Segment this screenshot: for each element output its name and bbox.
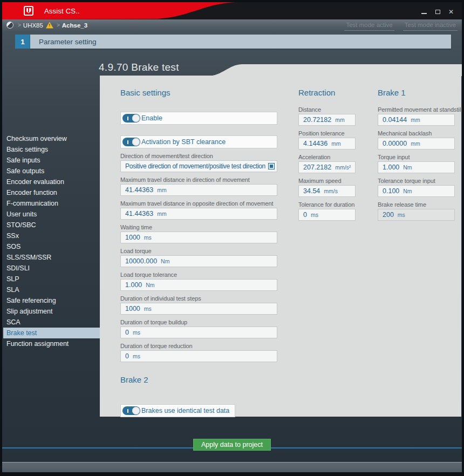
- field-unit: Nm: [403, 164, 412, 171]
- sidebar-item-ssx[interactable]: SSx: [3, 230, 100, 241]
- sidebar-nav: Checksum overview Basic settings Safe in…: [3, 133, 100, 349]
- position-tolerance-input[interactable]: 4.14436 mm: [298, 138, 356, 149]
- field-unit: ms: [144, 234, 152, 241]
- field-label: Load torque: [120, 248, 277, 255]
- field-torque-reduction: Duration of torque reduction 0 ms: [120, 343, 277, 362]
- sidebar-item-sdi-sli[interactable]: SDI/SLI: [3, 263, 100, 274]
- testmode-inactive-link[interactable]: Test mode inactive: [403, 22, 458, 31]
- page-title: 4.9.70 Brake test: [99, 62, 179, 73]
- field-permitted-movement: Permitted movement at standstill 0.04144…: [378, 106, 455, 126]
- field-label: Brake release time: [378, 201, 455, 208]
- testmode-active-link[interactable]: Test mode active: [344, 22, 394, 31]
- enable-toggle[interactable]: Enable: [120, 112, 277, 125]
- duration-tolerance-input[interactable]: 0 ms: [298, 209, 356, 221]
- distance-input[interactable]: 20.72182 mm: [298, 114, 356, 126]
- field-label: Duration of individual test steps: [120, 295, 277, 302]
- field-waiting-time: Waiting time 1000 ms: [120, 224, 277, 243]
- torque-buildup-input[interactable]: 0 ms: [120, 327, 277, 338]
- title-bar: Assist CS.. ✕: [2, 2, 462, 19]
- field-unit: mm/s²: [335, 164, 351, 171]
- field-value: 41.44363: [125, 210, 153, 217]
- sidebar-item-checksum-overview[interactable]: Checksum overview: [3, 133, 100, 144]
- identical-test-data-label: Brakes use identical test data: [141, 407, 229, 414]
- field-unit: Nm: [403, 188, 412, 194]
- direction-select-value: Positive direction of movement/positive …: [125, 162, 265, 170]
- brake2-heading: Brake 2: [120, 375, 277, 385]
- breadcrumb: > UHX85 > Achse_3 Test mode active Test …: [2, 19, 462, 31]
- field-value: 41.44363: [125, 186, 153, 194]
- max-travel-opposite-input[interactable]: 41.44363 mm: [120, 208, 277, 220]
- sidebar-item-sto-sbc[interactable]: STO/SBC: [3, 220, 100, 230]
- sidebar-item-sla[interactable]: SLA: [3, 284, 100, 295]
- close-icon[interactable]: ✕: [448, 9, 454, 15]
- sidebar-item-user-units[interactable]: User units: [3, 209, 100, 220]
- direction-select[interactable]: Positive direction of movement/positive …: [120, 160, 277, 172]
- testmode-links: Test mode active Test mode inactive: [344, 22, 458, 31]
- sidebar-item-brake-test[interactable]: Brake test: [3, 328, 100, 338]
- field-label: Permitted movement at standstill: [378, 106, 455, 113]
- field-label: Position tolerance: [298, 130, 356, 137]
- sbt-clearance-toggle[interactable]: Activation by SBT clearance: [120, 135, 277, 148]
- field-label: Duration of torque buildup: [120, 319, 277, 326]
- field-load-torque: Load torque 10000.000 Nm: [120, 248, 277, 267]
- acceleration-input[interactable]: 207.2182 mm/s²: [298, 161, 356, 173]
- test-step-duration-input[interactable]: 1000 ms: [120, 303, 277, 315]
- field-label: Maximum travel distance in opposite dire…: [120, 200, 277, 207]
- mechanical-backlash-input[interactable]: 0.00000 mm: [378, 138, 455, 149]
- field-unit: ms: [311, 212, 318, 218]
- field-unit: ms: [133, 353, 140, 359]
- basic-settings-column: Basic settings Enable Activation by SBT …: [120, 88, 277, 366]
- field-value: 0: [125, 329, 129, 336]
- field-unit: mm: [411, 117, 420, 123]
- step-header[interactable]: Parameter setting: [30, 35, 451, 49]
- load-torque-input[interactable]: 10000.000 Nm: [120, 255, 277, 267]
- toggle-on-icon: [122, 406, 140, 415]
- sidebar-item-function-assignment[interactable]: Function assignment: [3, 338, 100, 349]
- identical-test-data-toggle[interactable]: Brakes use identical test data: [120, 404, 235, 417]
- sidebar-item-slip-adjustment[interactable]: Slip adjustment: [3, 306, 100, 317]
- sidebar-item-f-communication[interactable]: F-communication: [3, 198, 100, 209]
- direction-select-group: Direction of movement/test direction Pos…: [120, 153, 277, 172]
- max-travel-forward-input[interactable]: 41.44363 mm: [120, 184, 277, 196]
- retraction-heading: Retraction: [298, 88, 356, 98]
- shield-icon: [24, 6, 33, 16]
- load-torque-tolerance-input[interactable]: 1.000 Nm: [120, 279, 277, 291]
- field-max-travel-opposite: Maximum travel distance in opposite dire…: [120, 200, 277, 220]
- torque-reduction-input[interactable]: 0 ms: [120, 350, 277, 362]
- field-unit: ms: [133, 329, 140, 336]
- sidebar-item-sos[interactable]: SOS: [3, 241, 100, 252]
- permitted-movement-input[interactable]: 0.04144 mm: [378, 114, 455, 126]
- field-unit: mm: [157, 210, 167, 217]
- field-torque-input: Torque input 1.000 Nm: [378, 154, 455, 173]
- sidebar-item-encoder-function[interactable]: Encoder function: [3, 187, 100, 198]
- field-value: 0.04144: [383, 116, 407, 124]
- breadcrumb-device[interactable]: UHX85: [23, 22, 43, 29]
- sidebar-item-sls-ssm-ssr[interactable]: SLS/SSM/SSR: [3, 252, 100, 263]
- breadcrumb-axis[interactable]: Achse_3: [62, 22, 87, 29]
- field-value: 34.54: [303, 187, 320, 195]
- field-brake-release-time: Brake release time 200 ms: [378, 201, 455, 221]
- minimize-icon[interactable]: [421, 9, 427, 15]
- field-distance: Distance 20.72182 mm: [298, 106, 356, 126]
- sidebar-item-basic-settings[interactable]: Basic settings: [3, 144, 100, 155]
- field-value: 0.100: [383, 187, 399, 195]
- field-value: 4.14436: [303, 140, 327, 147]
- apply-data-button[interactable]: Apply data to project: [193, 439, 271, 451]
- field-label: Tolerance torque input: [378, 178, 455, 185]
- sidebar-item-safe-inputs[interactable]: Safe inputs: [3, 155, 100, 166]
- sidebar-item-safe-referencing[interactable]: Safe referencing: [3, 295, 100, 306]
- maximum-speed-input[interactable]: 34.54 mm/s: [298, 185, 356, 197]
- field-value: 0: [303, 211, 307, 219]
- globe-icon[interactable]: [6, 22, 13, 29]
- tolerance-torque-input[interactable]: 0.100 Nm: [378, 185, 455, 197]
- retraction-column: Retraction Distance 20.72182 mm Position…: [298, 88, 356, 225]
- torque-input-input[interactable]: 1.000 Nm: [378, 161, 455, 173]
- sidebar-item-slp[interactable]: SLP: [3, 274, 100, 284]
- sidebar-item-sca[interactable]: SCA: [3, 317, 100, 328]
- brake-release-time-input: 200 ms: [378, 209, 455, 221]
- sidebar-item-encoder-evaluation[interactable]: Encoder evaluation: [3, 176, 100, 187]
- sidebar-item-safe-outputs[interactable]: Safe outputs: [3, 166, 100, 176]
- maximize-icon[interactable]: [434, 9, 441, 15]
- field-label: Distance: [298, 106, 356, 113]
- waiting-time-input[interactable]: 1000 ms: [120, 232, 277, 243]
